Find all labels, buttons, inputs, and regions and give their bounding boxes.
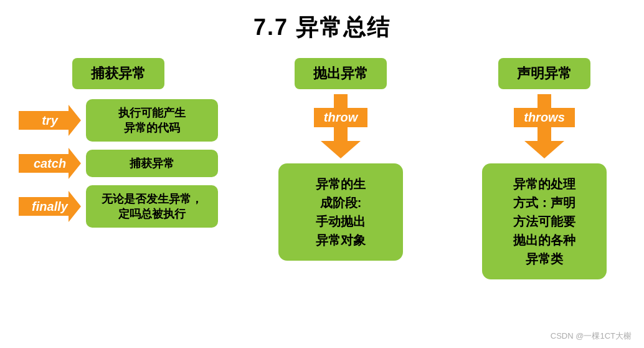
- catch-row: catch 捕获异常: [19, 148, 218, 179]
- try-arrow: try: [19, 105, 81, 136]
- right-header: 声明异常: [498, 58, 590, 89]
- try-row: try 执行可能产生异常的代码: [19, 99, 218, 142]
- mid-content: 异常的生成阶段:手动抛出异常对象: [278, 163, 403, 261]
- mid-header: 抛出异常: [295, 58, 387, 89]
- left-header: 捕获异常: [72, 58, 164, 89]
- finally-arrow: finally: [19, 191, 81, 222]
- catch-desc: 捕获异常: [86, 150, 218, 177]
- throws-arrow: throws: [514, 94, 575, 158]
- try-label: try: [42, 114, 58, 128]
- page-title: 7.7 异常总结: [19, 12, 625, 43]
- col-right: 声明异常 throws 异常的处理方式：声明方法可能要抛出的各种异常类: [463, 58, 625, 279]
- right-content: 异常的处理方式：声明方法可能要抛出的各种异常类: [482, 163, 607, 279]
- col-mid: 抛出异常 throw 异常的生成阶段:手动抛出异常对象: [266, 58, 415, 261]
- catch-label: catch: [34, 157, 66, 171]
- columns-container: 捕获异常 try 执行可能产生异常的代码 catch 捕获异常 finally: [19, 58, 625, 279]
- watermark: CSDN @一棵1CT大榭: [551, 331, 632, 342]
- try-desc: 执行可能产生异常的代码: [86, 99, 218, 142]
- throw-arrow: throw: [314, 94, 367, 158]
- finally-row: finally 无论是否发生异常，定吗总被执行: [19, 185, 218, 228]
- throws-label: throws: [514, 108, 575, 127]
- finally-label: finally: [32, 200, 68, 214]
- catch-arrow: catch: [19, 148, 81, 179]
- throw-label: throw: [314, 108, 367, 127]
- finally-desc: 无论是否发生异常，定吗总被执行: [86, 185, 218, 228]
- col-left: 捕获异常 try 执行可能产生异常的代码 catch 捕获异常 finally: [19, 58, 218, 228]
- page: 7.7 异常总结 捕获异常 try 执行可能产生异常的代码 catch 捕获异常: [0, 0, 644, 348]
